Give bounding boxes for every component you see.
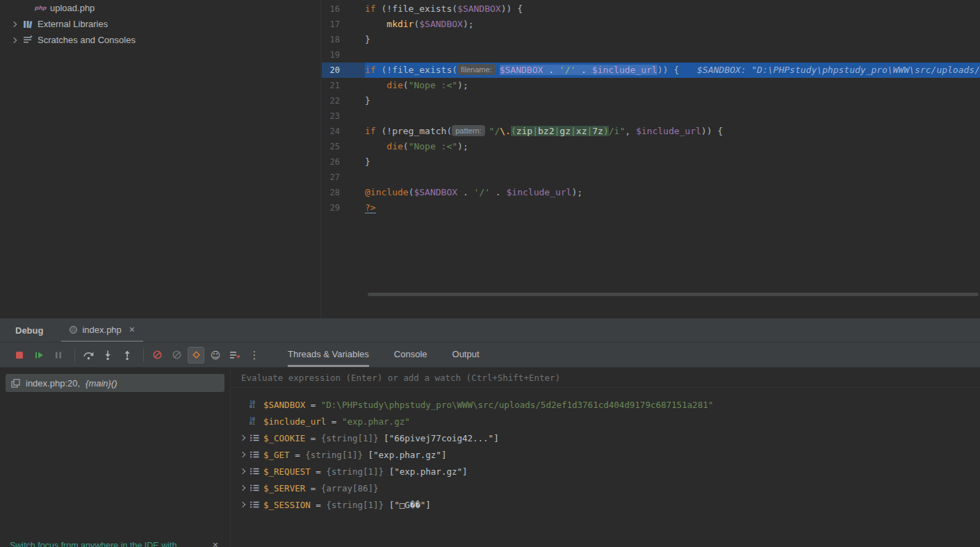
tree-item-upload-php[interactable]: phpupload.php (0, 0, 320, 16)
tip-close-icon[interactable]: × (213, 541, 218, 547)
code-token: $SANDBOX (457, 3, 501, 14)
step-out-icon[interactable] (119, 347, 136, 364)
debugger-tab-icon (70, 326, 77, 334)
frame-row[interactable]: index.php:20, {main}() (6, 374, 224, 392)
expand-chevron-icon[interactable] (240, 434, 250, 441)
kebab-glyph: ⋮ (250, 349, 260, 361)
mute-breakpoints-icon[interactable] (168, 347, 185, 364)
code-token: '/' (560, 65, 575, 75)
debug-toolbar-icons: ☺⋮ (11, 347, 266, 364)
code-line[interactable]: 22} (322, 93, 980, 108)
code-token: $SANDBOX (500, 65, 544, 75)
expand-chevron-icon[interactable] (240, 501, 250, 508)
code-token: $include_url (592, 65, 658, 75)
line-number[interactable]: 20 (322, 63, 365, 78)
variable-row-get[interactable]: $_GET = {string[1]} ["exp.phar.gz"] (231, 446, 980, 463)
line-number[interactable]: 18 (322, 32, 365, 47)
line-number[interactable]: 19 (322, 47, 365, 63)
memory-indicator-icon[interactable]: ☺ (207, 347, 224, 364)
code-line[interactable]: 18} (322, 32, 980, 47)
parameter-hint-chip: pattern: (452, 125, 484, 136)
variable-row-request[interactable]: $_REQUEST = {string[1]} ["exp.phar.gz"] (231, 463, 980, 480)
line-number[interactable]: 22 (322, 93, 365, 108)
code-line[interactable]: 25 die("Nope :<"); (322, 139, 980, 154)
variable-type: {string[1]} (305, 450, 368, 460)
debug-session-tab[interactable]: index.php × (61, 318, 143, 342)
step-into-icon[interactable] (99, 347, 116, 364)
code-text (365, 47, 980, 63)
chevron-right-icon[interactable] (11, 37, 18, 44)
show-execution-point-icon[interactable] (188, 347, 204, 364)
equals-sign: = (311, 500, 327, 510)
tab-console[interactable]: Console (394, 343, 427, 367)
code-text: @include($SANDBOX . '/' . $include_url); (365, 185, 980, 200)
more-options-icon[interactable]: ⋮ (246, 347, 263, 364)
close-tab-icon[interactable]: × (129, 325, 135, 334)
code-line[interactable]: 27 (322, 170, 980, 185)
code-token: } (365, 34, 370, 44)
editor-horizontal-scrollbar[interactable] (368, 293, 979, 296)
code-line[interactable]: 24if (!preg_match(pattern:"/\.(zip|bz2|g… (322, 124, 980, 139)
line-number[interactable]: 26 (322, 154, 365, 170)
code-line[interactable]: 21 die("Nope :<"); (322, 78, 980, 93)
line-number[interactable]: 17 (322, 17, 365, 32)
code-token (365, 19, 386, 29)
debug-tab-label: index.php (82, 325, 121, 335)
code-token: ); (457, 141, 468, 152)
line-number[interactable]: 21 (322, 78, 365, 93)
tab-threads-variables[interactable]: Threads & Variables (288, 343, 369, 367)
code-token: ?> (365, 202, 376, 213)
tab-output[interactable]: Output (452, 343, 480, 367)
code-editor[interactable]: 16if (!file_exists($SANDBOX)) {17 mkdir(… (322, 0, 980, 318)
stop-icon[interactable] (11, 347, 28, 364)
expand-chevron-icon[interactable] (240, 484, 250, 491)
expand-chevron-icon[interactable] (240, 468, 250, 475)
status-tip-text: Switch focus from anywhere in the IDE wi… (10, 541, 213, 547)
variable-value: "D:\PHPstudy\phpstudy_pro\WWW\src/upload… (321, 400, 713, 410)
variable-name: $include_url (263, 416, 326, 427)
code-line[interactable]: 26} (322, 154, 980, 170)
variable-row-session[interactable]: $_SESSION = {string[1]} ["□G��"] (231, 496, 980, 513)
variable-row-cookie[interactable]: $_COOKIE = {string[1]} ["66pivej77coig42… (231, 430, 980, 446)
code-line[interactable]: 23 (322, 108, 980, 124)
evaluate-expression-input[interactable]: Evaluate expression (Enter) or add a wat… (231, 368, 980, 388)
variable-row-include-url[interactable]: 1001$include_url = "exp.phar.gz" (231, 413, 980, 430)
code-line[interactable]: 17 mkdir($SANDBOX); (322, 17, 980, 32)
variable-row-sandbox[interactable]: 1001$SANDBOX = "D:\PHPstudy\phpstudy_pro… (231, 396, 980, 413)
chevron-right-icon[interactable] (11, 21, 18, 28)
code-token: )) { (701, 126, 723, 136)
code-token: ( (403, 80, 409, 90)
line-number[interactable]: 29 (322, 200, 365, 215)
line-number[interactable]: 27 (322, 170, 365, 185)
line-number[interactable]: 16 (322, 1, 365, 17)
pause-icon[interactable] (50, 347, 67, 364)
variable-name: $_REQUEST (263, 466, 311, 477)
variable-row-server[interactable]: $_SERVER = {array[86]} (231, 480, 980, 496)
frame-location: index.php:20, (26, 378, 80, 389)
code-token: ( (452, 3, 457, 14)
code-line[interactable]: 28@include($SANDBOX . '/' . $include_url… (322, 185, 980, 200)
editor-lines: 16if (!file_exists($SANDBOX)) {17 mkdir(… (322, 0, 980, 215)
code-line[interactable]: 16if (!file_exists($SANDBOX)) { (322, 1, 980, 17)
code-token: if (365, 126, 376, 136)
code-token: ) (603, 126, 609, 136)
tree-item-scratches-and-consoles[interactable]: Scratches and Consoles (0, 32, 320, 48)
tree-item-external-libraries[interactable]: External Libraries (0, 16, 320, 32)
expand-chevron-icon[interactable] (240, 451, 250, 458)
tree-item-label: Scratches and Consoles (38, 35, 136, 45)
code-token: /i" (609, 126, 625, 136)
code-line[interactable]: 19 (322, 47, 980, 63)
step-over-icon[interactable] (80, 347, 97, 364)
variable-name: $SANDBOX (263, 400, 305, 410)
code-line[interactable]: 20if (!file_exists(filename:$SANDBOX . '… (322, 63, 980, 78)
restore-layout-icon[interactable] (227, 347, 243, 364)
equals-sign: = (305, 483, 321, 493)
code-line[interactable]: 29?> (322, 200, 980, 215)
line-number[interactable]: 25 (322, 139, 365, 154)
line-number[interactable]: 23 (322, 108, 365, 124)
line-number[interactable]: 24 (322, 124, 365, 139)
resume-icon[interactable] (31, 347, 47, 364)
code-token: ); (463, 19, 474, 29)
line-number[interactable]: 28 (322, 185, 365, 200)
view-breakpoints-icon[interactable] (149, 347, 165, 364)
